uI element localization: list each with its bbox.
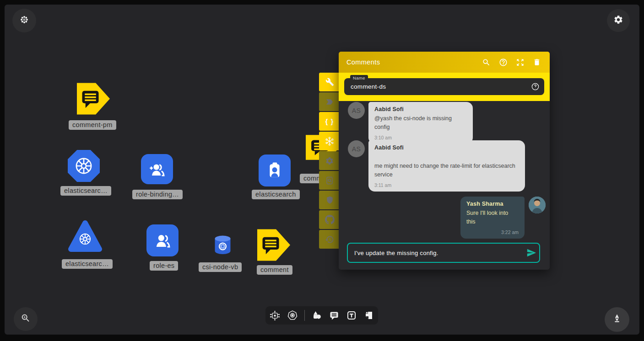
toolbar-wrench-button[interactable] — [319, 73, 340, 91]
delete-button[interactable] — [532, 58, 541, 67]
node-role-binding[interactable] — [141, 154, 173, 184]
pen-tool-button[interactable] — [605, 307, 629, 332]
toolbar-json-button[interactable]: { } — [319, 112, 340, 131]
node-label[interactable]: csi-node-vb — [199, 262, 242, 272]
node-comment-pm[interactable] — [77, 82, 110, 115]
node-comment[interactable] — [257, 229, 290, 261]
avatar-photo — [529, 197, 546, 213]
send-icon — [526, 248, 536, 258]
node-label[interactable]: role-binding… — [132, 190, 183, 199]
trash-icon — [533, 58, 541, 66]
message-author: Aabid Sofi — [374, 144, 519, 151]
text-icon — [346, 310, 357, 321]
flower-logo-icon — [19, 15, 29, 27]
node-label[interactable]: elasticsearc… — [60, 186, 111, 196]
shapes-icon — [311, 310, 322, 321]
message-author: Aabid Sofi — [374, 106, 467, 112]
message-bubble[interactable]: Aabid Sofi me might need to change the r… — [368, 140, 525, 192]
message-bubble[interactable]: Yash Sharma Sure I'll look into this 3:2… — [460, 197, 525, 239]
kubernetes-wheel-icon — [73, 155, 94, 176]
kubernetes-wheel-icon — [80, 234, 90, 244]
message-row: AS Aabid Sofi me might need to change th… — [348, 140, 525, 192]
avatar-initials: AS — [348, 102, 365, 119]
note-icon — [363, 310, 374, 321]
message-text: Sure I'll look into this — [466, 209, 519, 227]
node-label[interactable]: comment-pm — [69, 120, 116, 130]
help-button[interactable] — [498, 58, 508, 67]
toolbar-history-button[interactable] — [319, 230, 340, 249]
message-time: 3:22 am — [466, 229, 519, 235]
kanvas-app: comment-pm elasticsearc… role-binding… e… — [0, 0, 644, 341]
pen-nib-icon — [612, 313, 622, 326]
comment-glyph — [257, 229, 290, 261]
panel-title: Comments — [346, 59, 474, 66]
fullscreen-button[interactable] — [515, 58, 525, 67]
gear-icon — [613, 15, 623, 27]
send-button[interactable] — [524, 246, 539, 260]
service-account-icon — [264, 160, 285, 181]
comment-tool-button[interactable] — [329, 310, 340, 321]
github-icon — [325, 215, 335, 224]
message-author: Yash Sharma — [466, 201, 519, 207]
zoom-in-icon — [21, 313, 31, 325]
message-bubble[interactable]: Aabid Sofi @yash the csi-node is missing… — [368, 102, 473, 144]
toolbar-inspect-button[interactable] — [319, 171, 340, 190]
messages-list[interactable]: AS Aabid Sofi @yash the csi-node is miss… — [339, 101, 550, 270]
name-input[interactable] — [344, 83, 530, 90]
help-circle-icon — [531, 82, 540, 91]
settings-button[interactable] — [607, 9, 630, 32]
shape-palette-toolbar — [265, 306, 378, 325]
message-row: AS Aabid Sofi @yash the csi-node is miss… — [348, 102, 473, 144]
history-icon — [325, 235, 334, 244]
toolbar-github-button[interactable] — [319, 210, 340, 229]
node-elasticsearch-triangle[interactable] — [67, 219, 103, 256]
toolbar-divider — [304, 310, 305, 321]
chat-message-input[interactable] — [348, 250, 524, 256]
toolbar-settings-button[interactable] — [319, 151, 340, 170]
comment-icon — [329, 310, 340, 321]
comments-panel-header[interactable]: Comments — [339, 52, 550, 73]
kubernetes-icon — [287, 310, 298, 321]
name-input-wrap: Name — [344, 78, 544, 95]
shield-icon — [325, 196, 334, 204]
message-text: @yash the csi-node is missing config — [374, 114, 467, 132]
avatar-initials: AS — [348, 140, 365, 157]
app-logo-button[interactable] — [12, 9, 36, 32]
shapes-tool-button[interactable] — [311, 310, 322, 321]
infrastructure-icon — [270, 310, 280, 321]
gear-icon — [325, 156, 334, 165]
node-label[interactable]: elasticsearc… — [62, 259, 113, 269]
message-time: 3:10 am — [374, 135, 467, 140]
search-button[interactable] — [482, 58, 491, 67]
node-elasticsearch-octagon[interactable] — [68, 150, 100, 182]
node-role-es[interactable] — [146, 224, 179, 256]
node-csi-node-vb[interactable] — [213, 235, 232, 257]
help-icon — [499, 58, 508, 67]
node-label[interactable]: comment — [257, 265, 292, 275]
note-tool-button[interactable] — [363, 310, 374, 321]
comments-panel: Comments Name AS Aabid Sofi @yash the cs… — [339, 52, 550, 270]
toolbar-security-button[interactable] — [319, 191, 340, 209]
node-label[interactable]: role-es — [150, 261, 178, 271]
text-tool-button[interactable] — [346, 310, 357, 321]
zoom-in-button[interactable] — [14, 307, 38, 331]
node-action-toolbar: { } — [319, 73, 340, 249]
wrench-icon — [325, 78, 334, 86]
role-binding-icon — [147, 159, 167, 179]
search-icon — [482, 58, 491, 67]
node-label[interactable]: elasticsearch — [252, 190, 300, 199]
toolbar-mesh-button[interactable] — [319, 132, 340, 150]
kubernetes-tool-button[interactable] — [287, 310, 298, 321]
name-section: Name — [339, 73, 550, 101]
message-text: me might need to change the rate-limit f… — [374, 162, 519, 180]
braces-icon: { } — [325, 117, 334, 125]
role-icon — [152, 230, 173, 250]
node-elasticsearch-service-account[interactable] — [259, 155, 291, 186]
mesh-icon — [325, 136, 335, 146]
infrastructure-tool-button[interactable] — [270, 310, 281, 321]
find-document-icon — [325, 176, 334, 185]
chat-input-wrap — [347, 243, 540, 263]
name-field-label: Name — [350, 75, 368, 81]
toolbar-label-button[interactable] — [319, 92, 340, 111]
name-help-button[interactable] — [530, 82, 540, 91]
